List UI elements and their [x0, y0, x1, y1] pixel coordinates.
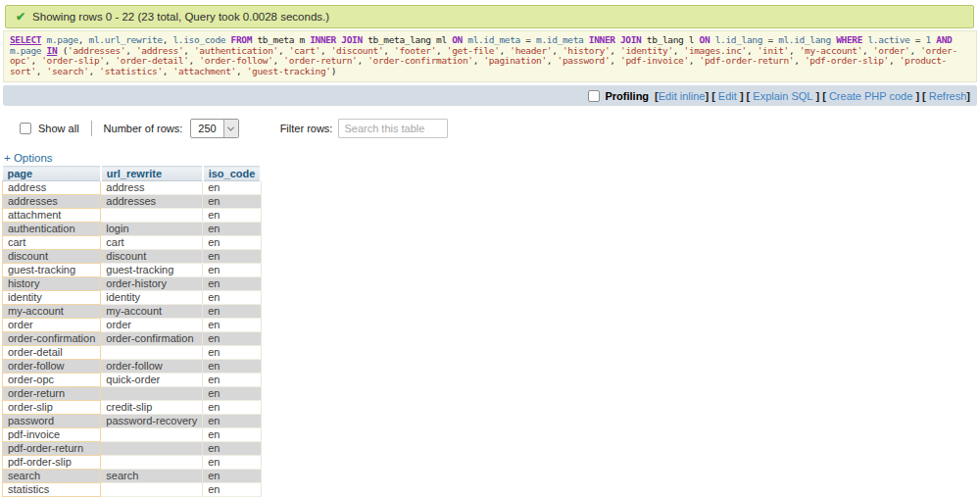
- cell-iso_code[interactable]: en: [203, 305, 262, 319]
- cell-iso_code[interactable]: en: [203, 401, 262, 415]
- cell-iso_code[interactable]: en: [203, 456, 262, 470]
- cell-iso_code[interactable]: en: [203, 209, 262, 223]
- cell-url_rewrite[interactable]: addresses: [101, 195, 203, 209]
- refresh-link[interactable]: Refresh: [929, 90, 967, 102]
- cell-url_rewrite[interactable]: my-account: [101, 305, 203, 319]
- create-php-code-link[interactable]: Create PHP code: [829, 90, 912, 102]
- cell-page[interactable]: guest-tracking: [3, 264, 101, 277]
- edit-link[interactable]: Edit: [718, 90, 737, 102]
- sql-token: ,: [747, 46, 758, 56]
- sql-token: ,: [383, 46, 394, 56]
- cell-url_rewrite[interactable]: login: [101, 223, 203, 236]
- cell-url_rewrite[interactable]: [101, 442, 203, 456]
- profiling-checkbox[interactable]: [588, 90, 600, 102]
- show-all-checkbox[interactable]: [20, 123, 31, 134]
- table-row: pdf-invoiceen: [3, 428, 262, 442]
- cell-url_rewrite[interactable]: [101, 456, 203, 470]
- column-header-iso_code[interactable]: iso_code: [203, 167, 262, 181]
- cell-iso_code[interactable]: en: [203, 428, 262, 442]
- cell-iso_code[interactable]: en: [203, 387, 262, 401]
- cell-iso_code[interactable]: en: [203, 223, 262, 236]
- cell-page[interactable]: cart: [3, 236, 101, 250]
- sql-token: 'authentication': [194, 46, 278, 56]
- cell-url_rewrite[interactable]: password-recovery: [101, 415, 203, 428]
- cell-iso_code[interactable]: en: [203, 415, 262, 428]
- options-toggle[interactable]: + Options: [4, 152, 53, 164]
- cell-url_rewrite[interactable]: order-history: [101, 277, 203, 291]
- cell-url_rewrite[interactable]: [101, 346, 203, 360]
- cell-url_rewrite[interactable]: order-confirmation: [101, 332, 203, 346]
- cell-iso_code[interactable]: en: [203, 181, 262, 195]
- cell-url_rewrite[interactable]: [101, 428, 203, 442]
- cell-page[interactable]: pdf-order-return: [3, 442, 101, 456]
- cell-page[interactable]: order-slip: [3, 401, 101, 415]
- cell-iso_code[interactable]: en: [203, 236, 262, 250]
- cell-page[interactable]: statistics: [3, 483, 101, 497]
- cell-page[interactable]: search: [3, 470, 101, 483]
- cell-page[interactable]: address: [3, 181, 101, 195]
- sql-token: m.page: [10, 46, 41, 56]
- sql-token: 'attachment': [173, 67, 236, 76]
- column-header-url_rewrite[interactable]: url_rewrite: [101, 167, 203, 181]
- cell-url_rewrite[interactable]: address: [101, 181, 203, 195]
- sql-keyword-link[interactable]: IN: [47, 46, 58, 56]
- cell-url_rewrite[interactable]: cart: [101, 236, 203, 250]
- cell-iso_code[interactable]: en: [203, 195, 262, 209]
- filter-input[interactable]: [338, 119, 448, 138]
- cell-iso_code[interactable]: en: [203, 360, 262, 374]
- bracket: ]: [912, 90, 919, 102]
- cell-iso_code[interactable]: en: [203, 250, 262, 264]
- cell-page[interactable]: my-account: [3, 305, 101, 319]
- cell-page[interactable]: addresses: [3, 195, 101, 209]
- cell-page[interactable]: pdf-order-slip: [3, 456, 101, 470]
- explain-sql-link[interactable]: Explain SQL: [753, 90, 812, 102]
- cell-iso_code[interactable]: en: [203, 319, 262, 332]
- cell-url_rewrite[interactable]: search: [101, 470, 203, 483]
- chevron-down-icon: [223, 120, 238, 137]
- sql-token: ON: [700, 35, 710, 45]
- table-row: order-followorder-followen: [3, 360, 262, 374]
- cell-url_rewrite[interactable]: [101, 209, 203, 223]
- cell-iso_code[interactable]: en: [203, 332, 262, 346]
- cell-url_rewrite[interactable]: [101, 483, 203, 497]
- cell-iso_code[interactable]: en: [203, 374, 262, 387]
- cell-page[interactable]: order: [3, 319, 101, 332]
- sql-token: opc': [10, 56, 30, 66]
- edit-inline-link[interactable]: Edit inline: [659, 90, 706, 102]
- sql-token: ,: [236, 67, 247, 76]
- cell-iso_code[interactable]: en: [203, 264, 262, 277]
- cell-url_rewrite[interactable]: credit-slip: [101, 401, 203, 415]
- cell-page[interactable]: attachment: [3, 209, 101, 223]
- cell-page[interactable]: identity: [3, 291, 101, 305]
- cell-iso_code[interactable]: en: [203, 470, 262, 483]
- sql-keyword-link[interactable]: SELECT: [10, 35, 41, 45]
- cell-url_rewrite[interactable]: guest-tracking: [101, 264, 203, 277]
- sql-token: m.page: [47, 35, 78, 45]
- sql-token: ,: [789, 46, 800, 56]
- cell-url_rewrite[interactable]: order-follow: [101, 360, 203, 374]
- cell-iso_code[interactable]: en: [203, 442, 262, 456]
- cell-url_rewrite[interactable]: [101, 387, 203, 401]
- column-header-page[interactable]: page: [3, 167, 101, 181]
- cell-iso_code[interactable]: en: [203, 483, 262, 497]
- cell-url_rewrite[interactable]: discount: [101, 250, 203, 264]
- cell-page[interactable]: order-opc: [3, 374, 101, 387]
- cell-url_rewrite[interactable]: order: [101, 319, 203, 332]
- cell-page[interactable]: password: [3, 415, 101, 428]
- cell-iso_code[interactable]: en: [203, 291, 262, 305]
- cell-page[interactable]: history: [3, 277, 101, 291]
- cell-page[interactable]: order-detail: [3, 346, 101, 360]
- cell-page[interactable]: pdf-invoice: [3, 428, 101, 442]
- profiling-links: [Edit inline][ Edit ][ Explain SQL ][ Cr…: [652, 90, 970, 102]
- cell-page[interactable]: authentication: [3, 223, 101, 236]
- cell-page[interactable]: order-follow: [3, 360, 101, 374]
- cell-page[interactable]: discount: [3, 250, 101, 264]
- cell-url_rewrite[interactable]: identity: [101, 291, 203, 305]
- cell-page[interactable]: order-confirmation: [3, 332, 101, 346]
- table-row: guest-trackingguest-trackingen: [3, 264, 262, 277]
- cell-url_rewrite[interactable]: quick-order: [101, 374, 203, 387]
- rows-select[interactable]: 250: [190, 119, 238, 138]
- cell-iso_code[interactable]: en: [203, 277, 262, 291]
- cell-iso_code[interactable]: en: [203, 346, 262, 360]
- cell-page[interactable]: order-return: [3, 387, 101, 401]
